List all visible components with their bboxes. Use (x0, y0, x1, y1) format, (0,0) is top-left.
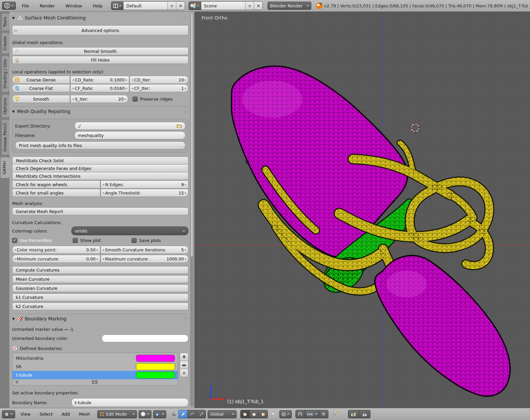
vertex-select-button[interactable] (240, 410, 250, 418)
compute-curvatures-button[interactable]: Compute Curvatures (12, 266, 188, 274)
manipulator-translate-button[interactable] (178, 410, 188, 418)
decrement-icon[interactable]: ◂ (72, 78, 74, 81)
smooth-curvature-iterations-field[interactable]: ◂ Smooth Curvature Iterations: 5 ▸ (101, 246, 189, 254)
render-engine-dropdown[interactable]: Blender Render ▴▾ (268, 2, 311, 10)
editor-type-info-button[interactable]: i ▴▾ (2, 2, 16, 10)
decrement-icon[interactable]: ◂ (72, 97, 74, 101)
smooth-button[interactable]: Smooth (12, 95, 70, 103)
screen-layout-dropdown[interactable]: ▴▾ (111, 2, 123, 10)
boundary-color-swatch[interactable] (136, 355, 175, 362)
coarse-dense-button[interactable]: Coarse Dense (12, 76, 70, 84)
tab-gamer[interactable]: GAMer (1, 157, 9, 178)
increment-icon[interactable]: ▸ (185, 257, 186, 260)
menu-window[interactable]: Window (61, 2, 86, 10)
boundary-color-swatch[interactable] (136, 372, 175, 379)
tab-options[interactable]: Options (1, 94, 9, 118)
menu-add[interactable]: Add (58, 410, 73, 418)
decrement-icon[interactable]: ◂ (103, 191, 104, 195)
k2-curvature-button[interactable]: k2 Curvature (12, 303, 188, 310)
viewport-canvas[interactable]: z x (195, 12, 530, 408)
increment-icon[interactable]: ▸ (97, 248, 98, 251)
list-resize-handle[interactable]: ▬▬▬▬ (92, 380, 98, 384)
check-solid-button[interactable]: MeshStats Check Solid (12, 156, 188, 165)
filename-input[interactable]: meshquality (74, 131, 185, 139)
minimum-curvature-field[interactable]: ◂ Minimum curvature: 0.00 ▸ (12, 255, 100, 263)
check-small-angles-button[interactable]: Check for small angles (12, 189, 100, 197)
decrement-icon[interactable]: ◂ (103, 183, 104, 186)
editor-type-3dview-button[interactable]: ▴▾ (2, 410, 15, 418)
panel-header-mesh-quality-reporting[interactable]: ▼ Mesh Quality Reporting ⣿⣿ (12, 107, 188, 116)
add-layout-button[interactable]: + (167, 2, 176, 10)
opengl-render-image-button[interactable] (348, 410, 359, 418)
tab-grease-pencil[interactable]: Grease Pencil (1, 119, 9, 155)
boundary-row-mitochondria[interactable]: Mitochondria (12, 354, 178, 362)
gaussian-curvature-button[interactable]: Gaussian Curvature (12, 284, 188, 292)
panel-drag-handle-icon[interactable]: ⣿⣿ (183, 16, 188, 20)
panel-drag-handle-icon[interactable]: ⣿⣿ (183, 110, 188, 113)
scene-name[interactable]: Scene (201, 2, 245, 10)
check-degenerate-button[interactable]: Check Degenerate Faces and Edges (12, 164, 188, 172)
cd-iter-field[interactable]: ◂ CD_Iter: 10 ▸ (130, 76, 188, 84)
checkbox-unchecked-icon[interactable] (73, 238, 78, 243)
preserve-ridges-checkbox[interactable]: Preserve ridges (133, 97, 173, 102)
screen-layout-name[interactable]: Default (123, 2, 167, 10)
increment-icon[interactable]: ▸ (126, 86, 127, 90)
scrollbar-thumb[interactable] (190, 13, 193, 257)
cd-rate-field[interactable]: ◂ CD_Rate: 0.1000 ▸ (70, 76, 129, 84)
transform-orientation-dropdown[interactable]: Global ▴▾ (208, 410, 237, 418)
n-edges-field[interactable]: ◂ N Edges: 9 ▸ (101, 180, 188, 188)
export-directory-input[interactable]: ./ (74, 122, 185, 130)
snap-element-dropdown[interactable]: ▴▾ (305, 410, 319, 418)
panel-header-boundary-marking[interactable]: ▼ Boundary Marking ⣿⣿ (12, 314, 188, 323)
fill-holes-button[interactable]: Fill Holes (12, 56, 188, 64)
mode-dropdown[interactable]: Edit Mode ▴▾ (97, 410, 137, 418)
cf-iter-field[interactable]: ◂ CF_Iter: 1 ▸ (130, 84, 188, 92)
delete-all-boundaries-button[interactable]: ✕ (180, 369, 188, 377)
boundary-name-input[interactable]: t-tubule (71, 398, 188, 407)
unmarked-boundary-color-swatch[interactable] (102, 335, 188, 342)
boundary-color-swatch[interactable] (136, 363, 175, 370)
viewport-shading-dropdown[interactable]: ▴▾ (139, 410, 151, 418)
boundary-name[interactable]: SR (16, 364, 136, 369)
decrement-icon[interactable]: ◂ (132, 86, 133, 90)
k1-curvature-button[interactable]: k1 Curvature (12, 293, 188, 301)
check-intersections-button[interactable]: MeshStats Check Intersections (12, 172, 188, 180)
advanced-options-button[interactable]: ▷ Advanced options (12, 25, 188, 35)
decrement-icon[interactable]: ◂ (14, 248, 16, 251)
collapse-caret-icon[interactable]: ▼ (12, 317, 15, 321)
increment-icon[interactable]: ▸ (126, 78, 127, 81)
print-mesh-quality-button[interactable]: Print mesh quality info to files (15, 141, 185, 149)
snap-toggle-button[interactable] (295, 410, 305, 418)
open-folder-icon[interactable] (177, 123, 182, 129)
panel-drag-handle-icon[interactable]: ⣿⣿ (183, 317, 188, 320)
collapse-caret-icon[interactable]: ▼ (12, 16, 15, 20)
decrement-icon[interactable]: ◂ (132, 78, 133, 81)
tab-shading-uvs[interactable]: Shading / UVs (1, 56, 9, 92)
menu-view[interactable]: View (17, 410, 34, 418)
edge-select-button[interactable] (249, 410, 259, 418)
close-layout-button[interactable]: ✕ (176, 2, 185, 10)
tool-shelf-scrollbar[interactable] (190, 13, 194, 407)
opengl-render-animation-button[interactable] (359, 410, 370, 418)
menu-file[interactable]: File (17, 2, 34, 10)
manipulate-center-points-button[interactable] (332, 411, 344, 417)
pivot-center-dropdown[interactable]: ▴▾ (153, 410, 166, 418)
manipulator-rotate-button[interactable] (187, 410, 197, 418)
maximum-curvature-field[interactable]: ◂ Maximum curvature: 1000.00 ▸ (101, 255, 189, 263)
mean-curvature-button[interactable]: Mean Curvature (12, 275, 188, 283)
mitochondria-mesh-lower[interactable] (375, 255, 510, 396)
proportional-edit-dropdown[interactable]: ▴▾ (279, 410, 292, 418)
boundary-row-t-tubule-selected[interactable]: t-tubule (12, 371, 178, 379)
decrement-icon[interactable]: ◂ (14, 257, 16, 260)
increment-icon[interactable]: ▸ (185, 86, 186, 90)
boundary-row-sr[interactable]: SR (12, 362, 178, 371)
panel-header-surface-mesh-conditioning[interactable]: ▼ Surface Mesh Conditioning ⣿⣿ (12, 13, 188, 23)
filter-expand-icon[interactable]: ⊕ (15, 380, 19, 384)
face-select-button[interactable] (258, 410, 268, 418)
checkbox-checked-icon[interactable]: ✓ (12, 238, 17, 243)
limit-to-visible-button[interactable] (271, 411, 276, 417)
normal-smooth-button[interactable]: Normal Smooth (12, 47, 188, 55)
check-wagon-wheels-button[interactable]: Check for wagon wheels (12, 180, 100, 188)
viewport-3d[interactable]: z x Front Ortho (1) obj1_T-Tub_1 (195, 12, 530, 408)
add-scene-button[interactable]: + (245, 2, 254, 10)
